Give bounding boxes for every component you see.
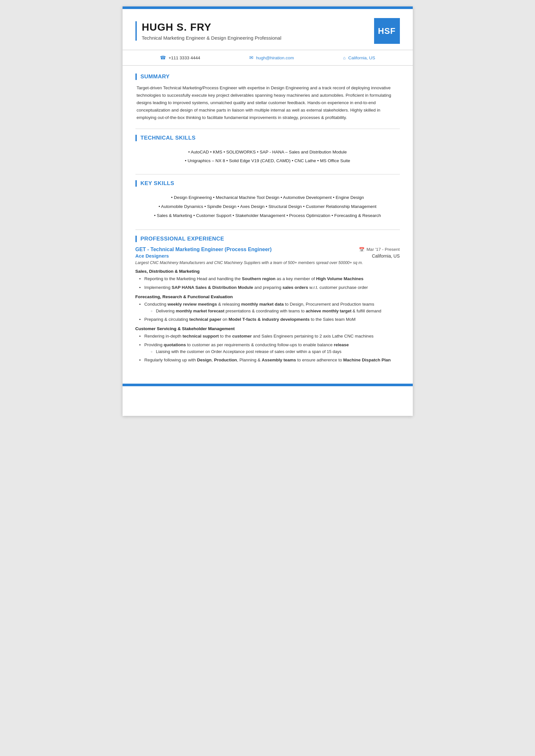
phone-contact: ☎ +111 3333 4444 — [160, 55, 200, 61]
company-1-header: Ace Designers California, US — [135, 253, 400, 258]
key-skills-section: KEY SKILLS • Design Engineering • Mechan… — [135, 180, 400, 223]
job-1-date-range: Mar '17 - Present — [366, 247, 400, 252]
subsection-sales-title: Sales, Distribution & Marketing — [135, 269, 400, 274]
job-1-date: 📅 Mar '17 - Present — [359, 247, 400, 252]
sales-bullets: Reporting to the Marketing Head and hand… — [135, 275, 400, 291]
bottom-decorative-bar — [123, 384, 413, 386]
summary-title: SUMMARY — [135, 73, 400, 80]
main-content: SUMMARY Target-driven Technical Marketin… — [123, 66, 413, 380]
technical-skills-section: TECHNICAL SKILLS • AutoCAD • KMS • SOLID… — [135, 135, 400, 167]
divider-1 — [135, 129, 400, 129]
resume-container: HUGH S. FRY Technical Marketing Engineer… — [123, 7, 413, 416]
forecasting-bullets: Conducting weekly review meetings & rele… — [135, 301, 400, 323]
contact-bar: ☎ +111 3333 4444 ✉ hugh@hiration.com ⌂ C… — [123, 50, 413, 66]
divider-2 — [135, 174, 400, 175]
key-skill-line-2: • Automobile Dynamics • Spindle Design •… — [135, 202, 400, 211]
experience-section: PROFESSIONAL EXPERIENCE GET - Technical … — [135, 236, 400, 364]
job-1: GET - Technical Marketing Engineer (Proc… — [135, 247, 400, 364]
email-contact: ✉ hugh@hiration.com — [249, 55, 294, 61]
phone-number: +111 3333 4444 — [169, 55, 200, 60]
header-name-block: HUGH S. FRY Technical Marketing Engineer… — [135, 21, 282, 40]
summary-section: SUMMARY Target-driven Technical Marketin… — [135, 73, 400, 122]
tech-skill-line-1: • AutoCAD • KMS • SOLIDWORKS • SAP - HAN… — [135, 148, 400, 156]
email-link[interactable]: hugh@hiration.com — [256, 55, 294, 60]
customer-bullets: Rendering in-depth technical support to … — [135, 333, 400, 364]
customer-bullet-3: Regularly following up with Design, Prod… — [139, 357, 400, 364]
job-1-header: GET - Technical Marketing Engineer (Proc… — [135, 247, 400, 253]
avatar: HSF — [374, 18, 400, 44]
candidate-title: Technical Marketing Engineer & Design En… — [142, 35, 282, 40]
technical-skills-title: TECHNICAL SKILLS — [135, 135, 400, 141]
customer-bullet-2: Providing quotations to customer as per … — [139, 341, 400, 355]
key-skills-list: • Design Engineering • Mechanical Machin… — [135, 191, 400, 223]
customer-sub-bullet-1: Liaising with the customer on Order Acce… — [151, 348, 400, 355]
sales-bullet-2: Implementing SAP HANA Sales & Distributi… — [139, 284, 400, 291]
forecasting-sub-bullet-1: Delivering monthly market forecast prese… — [151, 308, 400, 315]
company-1-location: California, US — [372, 254, 400, 258]
key-skills-title: KEY SKILLS — [135, 180, 400, 187]
company-1-desc: Largest CNC Machinery Manufacturers and … — [135, 260, 400, 266]
subsection-customer-title: Customer Servicing & Stakeholder Managem… — [135, 326, 400, 331]
company-1-name: Ace Designers — [135, 253, 169, 258]
forecasting-bullet-1: Conducting weekly review meetings & rele… — [139, 301, 400, 315]
phone-icon: ☎ — [160, 55, 166, 61]
experience-title: PROFESSIONAL EXPERIENCE — [135, 236, 400, 242]
key-skill-line-1: • Design Engineering • Mechanical Machin… — [135, 193, 400, 202]
calendar-icon: 📅 — [359, 247, 364, 252]
job-1-title: GET - Technical Marketing Engineer (Proc… — [135, 247, 272, 253]
tech-skill-line-2: • Unigraphics – NX 8 • Solid Edge V19 (C… — [135, 156, 400, 165]
forecasting-bullet-2: Preparing & circulating technical paper … — [139, 316, 400, 323]
subsection-forecasting-title: Forecasting, Research & Functional Evalu… — [135, 294, 400, 299]
location-icon: ⌂ — [343, 55, 346, 60]
sales-bullet-1: Reporting to the Marketing Head and hand… — [139, 275, 400, 283]
header-section: HUGH S. FRY Technical Marketing Engineer… — [123, 9, 413, 50]
forecasting-sub-bullets: Delivering monthly market forecast prese… — [145, 308, 400, 315]
location-text: California, US — [348, 55, 375, 60]
candidate-name: HUGH S. FRY — [142, 21, 282, 33]
customer-sub-bullets: Liaising with the customer on Order Acce… — [145, 348, 400, 355]
email-icon: ✉ — [249, 55, 253, 61]
technical-skills-list: • AutoCAD • KMS • SOLIDWORKS • SAP - HAN… — [135, 146, 400, 167]
summary-text: Target-driven Technical Marketing/Proces… — [135, 85, 400, 122]
location-contact: ⌂ California, US — [343, 55, 375, 60]
divider-3 — [135, 230, 400, 230]
customer-bullet-1: Rendering in-depth technical support to … — [139, 333, 400, 340]
key-skill-line-3: • Sales & Marketing • Customer Support •… — [135, 211, 400, 220]
top-decorative-bar — [123, 7, 413, 9]
